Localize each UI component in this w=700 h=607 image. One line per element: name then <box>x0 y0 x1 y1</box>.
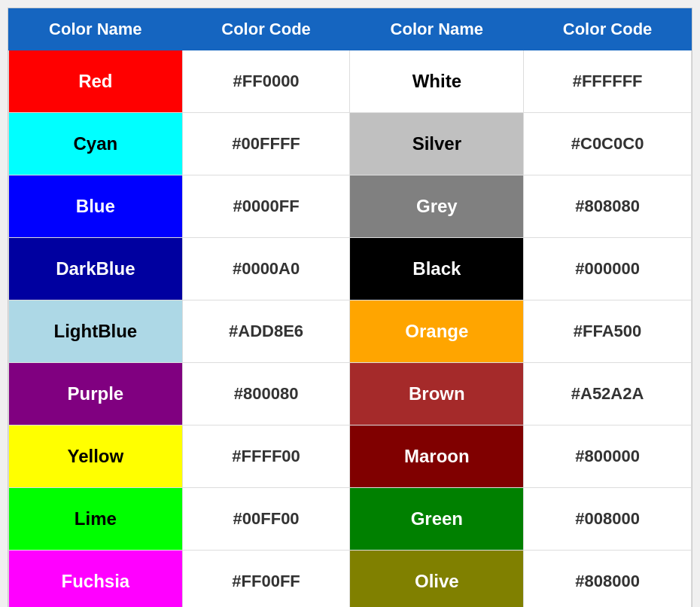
left-code-cell: #00FF00 <box>182 488 350 551</box>
right-color-cell: Olive <box>350 551 524 608</box>
left-code-cell: #800080 <box>182 363 350 426</box>
left-code-cell: #00FFFF <box>182 113 350 175</box>
left-code-cell: #FFFF00 <box>182 426 350 488</box>
left-color-cell: Blue <box>9 175 183 238</box>
left-code-cell: #0000FF <box>182 175 350 238</box>
right-code-cell: #808000 <box>524 551 692 608</box>
right-code-cell: #C0C0C0 <box>524 113 692 175</box>
left-color-cell: Fuchsia <box>9 551 183 608</box>
table-row: Blue#0000FFGrey#808080 <box>9 175 692 238</box>
color-table-wrapper: Color Name Color Code Color Name Color C… <box>8 8 692 607</box>
right-code-cell: #FFA500 <box>524 300 692 363</box>
left-color-cell: LightBlue <box>9 300 183 363</box>
left-code-cell: #FF0000 <box>182 50 350 113</box>
table-row: Fuchsia#FF00FFOlive#808000 <box>9 551 692 608</box>
left-code-cell: #0000A0 <box>182 238 350 300</box>
right-color-cell: Silver <box>350 113 524 175</box>
header-col3: Color Name <box>350 9 524 50</box>
right-code-cell: #808080 <box>524 175 692 238</box>
left-code-cell: #FF00FF <box>182 551 350 608</box>
left-color-cell: Red <box>9 50 183 113</box>
color-table: Color Name Color Code Color Name Color C… <box>8 8 692 607</box>
right-color-cell: Maroon <box>350 426 524 488</box>
table-row: Lime#00FF00Green#008000 <box>9 488 692 551</box>
right-code-cell: #008000 <box>524 488 692 551</box>
right-color-cell: Grey <box>350 175 524 238</box>
right-code-cell: #000000 <box>524 238 692 300</box>
right-code-cell: #FFFFFF <box>524 50 692 113</box>
table-row: LightBlue#ADD8E6Orange#FFA500 <box>9 300 692 363</box>
header-col4: Color Code <box>524 9 692 50</box>
right-color-cell: Black <box>350 238 524 300</box>
header-row: Color Name Color Code Color Name Color C… <box>9 9 692 50</box>
right-color-cell: Brown <box>350 363 524 426</box>
right-code-cell: #A52A2A <box>524 363 692 426</box>
right-code-cell: #800000 <box>524 426 692 488</box>
left-color-cell: Cyan <box>9 113 183 175</box>
table-row: Red#FF0000White#FFFFFF <box>9 50 692 113</box>
left-color-cell: Purple <box>9 363 183 426</box>
table-row: Cyan#00FFFFSilver#C0C0C0 <box>9 113 692 175</box>
header-col1: Color Name <box>9 9 183 50</box>
header-col2: Color Code <box>182 9 350 50</box>
left-color-cell: DarkBlue <box>9 238 183 300</box>
right-color-cell: Green <box>350 488 524 551</box>
table-row: Yellow#FFFF00Maroon#800000 <box>9 426 692 488</box>
left-code-cell: #ADD8E6 <box>182 300 350 363</box>
right-color-cell: White <box>350 50 524 113</box>
table-row: Purple#800080Brown#A52A2A <box>9 363 692 426</box>
right-color-cell: Orange <box>350 300 524 363</box>
table-row: DarkBlue#0000A0Black#000000 <box>9 238 692 300</box>
left-color-cell: Lime <box>9 488 183 551</box>
left-color-cell: Yellow <box>9 426 183 488</box>
